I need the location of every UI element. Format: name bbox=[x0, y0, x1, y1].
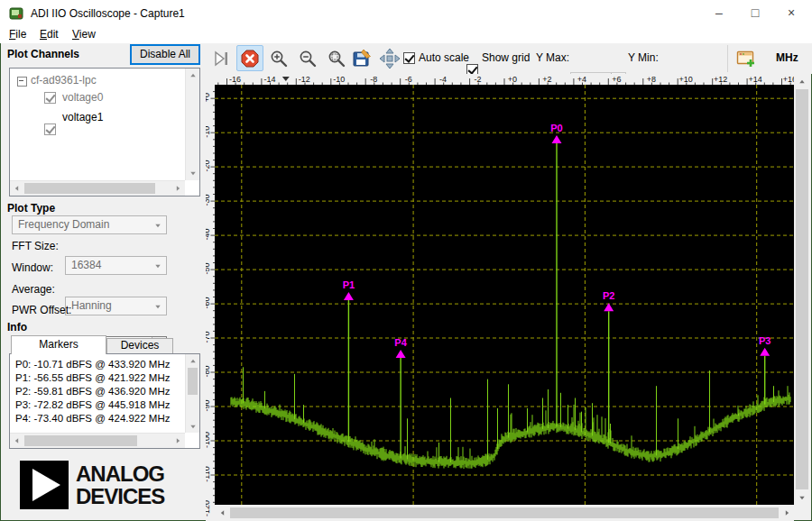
capture-play-icon[interactable] bbox=[209, 47, 233, 70]
save-plot-icon[interactable] bbox=[350, 47, 374, 70]
menu-view[interactable]: View bbox=[69, 27, 99, 43]
svg-text:-110: -110 bbox=[206, 466, 211, 481]
scroll-down-icon[interactable] bbox=[186, 420, 199, 433]
tree-hscrollbar[interactable] bbox=[10, 180, 185, 196]
new-plot-icon[interactable] bbox=[734, 47, 758, 70]
close-button[interactable]: × bbox=[776, 0, 807, 27]
scroll-left-icon[interactable] bbox=[10, 181, 23, 196]
scroll-right-icon[interactable] bbox=[171, 181, 185, 196]
marker-list-item[interactable]: P4: -73.40 dBFS @ 424.922 MHz bbox=[15, 412, 183, 425]
logo-text-line1: ANALOG bbox=[76, 462, 164, 485]
svg-text:+10: +10 bbox=[679, 75, 693, 84]
menu-file[interactable]: File bbox=[5, 27, 30, 43]
menu-edit[interactable]: Edit bbox=[36, 27, 62, 43]
spectrum-plot[interactable]: P0P1P2P3P4-16-14-12-10-8-6-4-2+0+2+4+6+8… bbox=[206, 74, 794, 521]
ymax-label: Y Max: bbox=[536, 46, 569, 69]
unit-label: MHz bbox=[776, 46, 798, 69]
minimize-button[interactable]: – bbox=[704, 0, 734, 27]
title-bar[interactable]: ADI IIO Oscilloscope - Capture1 – □ × bbox=[0, 0, 812, 27]
scroll-up-icon[interactable] bbox=[794, 74, 810, 88]
logo-triangle-icon bbox=[20, 461, 69, 509]
svg-text:-90: -90 bbox=[206, 399, 211, 411]
svg-text:+0: +0 bbox=[206, 93, 211, 102]
marker-list-item[interactable]: P1: -56.55 dBFS @ 421.922 MHz bbox=[15, 371, 183, 385]
window-label: Window: bbox=[12, 261, 53, 274]
svg-text:-100: -100 bbox=[206, 432, 211, 448]
scroll-left-icon[interactable] bbox=[10, 434, 23, 448]
svg-text:+6: +6 bbox=[612, 75, 621, 84]
logo-text-line2: DEVICES bbox=[76, 485, 164, 507]
channel-tree: cf-ad9361-lpc voltage0 voltage1 bbox=[9, 68, 200, 197]
scroll-down-icon[interactable] bbox=[186, 167, 199, 180]
svg-text:+2: +2 bbox=[542, 75, 551, 84]
list-hscrollbar[interactable] bbox=[10, 433, 185, 448]
window-combobox[interactable]: Hanning bbox=[65, 297, 167, 315]
scroll-right-icon[interactable] bbox=[171, 434, 185, 448]
list-vscrollbar[interactable] bbox=[185, 354, 199, 433]
scroll-thumb[interactable] bbox=[188, 368, 198, 395]
zoom-fit-icon[interactable] bbox=[325, 47, 348, 70]
autoscale-label: Auto scale bbox=[419, 46, 469, 69]
voltage1-checkbox[interactable] bbox=[44, 123, 56, 135]
tree-vscrollbar[interactable] bbox=[185, 69, 199, 180]
svg-text:+4: +4 bbox=[577, 75, 586, 84]
zoom-in-icon[interactable] bbox=[267, 47, 291, 70]
voltage1-label[interactable]: voltage1 bbox=[62, 111, 103, 123]
svg-text:-70: -70 bbox=[206, 331, 211, 343]
scroll-up-icon[interactable] bbox=[186, 354, 199, 367]
autoscale-checkbox[interactable] bbox=[403, 52, 415, 64]
pan-icon[interactable] bbox=[377, 46, 402, 71]
tab-markers[interactable]: Markers bbox=[11, 335, 106, 354]
voltage0-label[interactable]: voltage0 bbox=[62, 91, 103, 104]
scroll-thumb[interactable] bbox=[796, 89, 808, 489]
tree-device-label[interactable]: cf-ad9361-lpc bbox=[31, 74, 97, 87]
toolbar-separator bbox=[727, 45, 728, 72]
zoom-out-icon[interactable] bbox=[296, 47, 319, 70]
scrollbar-corner bbox=[794, 506, 810, 520]
scroll-left-icon[interactable] bbox=[215, 506, 229, 520]
marker-label: P3 bbox=[759, 335, 770, 346]
scroll-down-icon[interactable] bbox=[794, 490, 810, 505]
svg-text:+12: +12 bbox=[714, 75, 727, 84]
fft-size-combobox[interactable]: 16384 bbox=[65, 256, 167, 275]
tab-devices[interactable]: Devices bbox=[106, 338, 173, 354]
maximize-button[interactable]: □ bbox=[740, 0, 770, 27]
voltage0-checkbox[interactable] bbox=[44, 92, 56, 104]
marker-list-item[interactable]: P0: -10.71 dBFS @ 433.920 MHz bbox=[15, 358, 183, 371]
marker-label: P1 bbox=[343, 279, 355, 290]
svg-text:+8: +8 bbox=[647, 75, 656, 84]
info-heading: Info bbox=[7, 321, 27, 334]
menu-bar: File Edit View bbox=[0, 27, 812, 43]
scroll-thumb[interactable] bbox=[24, 435, 137, 446]
marker-label: P0 bbox=[550, 123, 562, 133]
app-window: ADI IIO Oscilloscope - Capture1 – □ × Fi… bbox=[0, 0, 812, 521]
chevron-down-icon bbox=[155, 306, 160, 308]
plot-vscrollbar[interactable] bbox=[794, 74, 810, 505]
scroll-up-icon[interactable] bbox=[186, 69, 199, 82]
scroll-thumb[interactable] bbox=[24, 183, 155, 194]
app-icon bbox=[9, 6, 23, 21]
plot-channels-heading: Plot Channels bbox=[7, 48, 79, 60]
capture-stop-icon[interactable] bbox=[236, 45, 263, 71]
svg-text:-14: -14 bbox=[263, 75, 275, 84]
svg-text:-4: -4 bbox=[439, 75, 447, 84]
svg-text:-30: -30 bbox=[206, 195, 211, 206]
plot-hscrollbar[interactable] bbox=[215, 506, 794, 520]
plot-domain-combobox[interactable]: Frequency Domain bbox=[12, 215, 167, 234]
scroll-right-icon[interactable] bbox=[780, 506, 794, 520]
marker-label: P4 bbox=[394, 337, 407, 348]
scroll-thumb[interactable] bbox=[230, 507, 779, 518]
chevron-down-icon bbox=[155, 224, 160, 227]
svg-text:-2: -2 bbox=[475, 75, 482, 84]
tree-expander-icon[interactable] bbox=[17, 77, 27, 87]
fft-size-label: FFT Size: bbox=[12, 240, 59, 252]
marker-list-item[interactable]: P3: -72.82 dBFS @ 445.918 MHz bbox=[15, 398, 183, 412]
marker-list-item[interactable]: P2: -59.81 dBFS @ 436.920 MHz bbox=[15, 385, 183, 398]
showgrid-label: Show grid bbox=[482, 46, 530, 69]
disable-all-button[interactable]: Disable All bbox=[130, 44, 200, 65]
svg-text:-80: -80 bbox=[206, 365, 211, 377]
svg-text:+0: +0 bbox=[508, 75, 517, 84]
window-title: ADI IIO Oscilloscope - Capture1 bbox=[31, 0, 185, 27]
svg-text:-40: -40 bbox=[206, 229, 211, 241]
svg-text:+14: +14 bbox=[748, 75, 761, 84]
